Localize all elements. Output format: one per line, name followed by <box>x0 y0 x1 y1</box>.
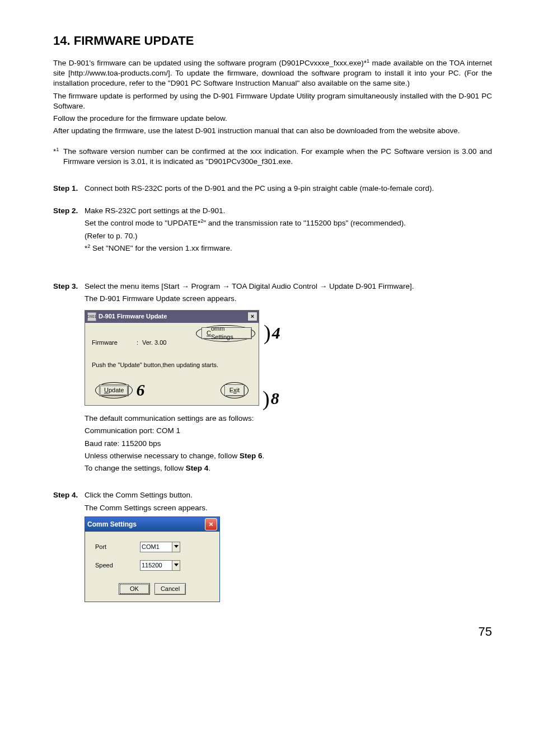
step-2-l2b: " and the transmission rate to "115200 b… <box>203 219 406 227</box>
step-4-line-2: The Comm Settings screen appears. <box>85 503 492 513</box>
svg-marker-0 <box>174 545 179 548</box>
chevron-down-icon[interactable] <box>172 561 180 570</box>
intro-paragraph-1: The D-901's firmware can be updated usin… <box>53 58 492 89</box>
ok-button[interactable]: OK <box>119 583 150 595</box>
step-3-label: Step 3. <box>53 281 85 476</box>
step-2-label: Step 2. <box>53 206 85 256</box>
step-2-l2a: Set the control mode to "UPDATE* <box>85 219 200 227</box>
step-3-after-3: Baud rate: 115200 bps <box>85 439 492 449</box>
step-1: Step 1. Connect both RS-232C ports of th… <box>53 184 492 196</box>
step-2-fn-text: Set "NONE" for the version 1.xx firmware… <box>90 244 232 252</box>
callout-8: 8 <box>271 390 279 407</box>
footnote-1-sup: 1 <box>56 146 59 152</box>
intro-paragraph-4: After updating the firmware, use the lat… <box>53 126 492 136</box>
step-2-line-2: Set the control mode to "UPDATE*2" and t… <box>85 218 492 228</box>
port-combobox[interactable] <box>140 542 180 552</box>
comm-settings-button[interactable]: Comm Settings <box>202 327 252 339</box>
comm-settings-rest: omm Settings <box>211 325 247 341</box>
firmware-colon: : <box>137 339 142 347</box>
step-4-label: Step 4. <box>53 490 85 602</box>
exit-rest: it <box>237 386 240 395</box>
intro-paragraph-2: The firmware update is performed by usin… <box>53 91 492 111</box>
callout-8-paren-icon: ) <box>263 392 270 405</box>
step-3-line-1: Select the menu items [Start → Program →… <box>85 281 492 292</box>
step-3-after-5c: . <box>208 464 210 472</box>
step-3-line-2: The D-901 Firmware Update screen appears… <box>85 294 492 304</box>
step-3-after-4b: Step 6 <box>240 452 263 460</box>
firmware-version-value: Ver. 3.00 <box>142 339 166 347</box>
update-rest: pdate <box>109 386 124 395</box>
step-3-after-5a: To change the settings, follow <box>85 464 186 472</box>
step-3-after-5b: Step 4 <box>186 464 209 472</box>
exit-pre: E <box>229 386 233 395</box>
step-1-text: Connect both RS-232C ports of the D-901 … <box>85 184 492 194</box>
port-label: Port <box>95 543 140 551</box>
step-4-line-1: Click the Comm Settings button. <box>85 490 492 500</box>
port-combobox-value[interactable] <box>140 542 172 552</box>
comm-settings-titlebar: Comm Settings × <box>85 517 219 532</box>
step-3: Step 3. Select the menu items [Start → P… <box>53 281 492 476</box>
svg-marker-1 <box>174 564 179 566</box>
step-2-footnote: *2 Set "NONE" for the version 1.xx firmw… <box>85 243 492 253</box>
comm-settings-dialog-title: Comm Settings <box>87 520 205 529</box>
comm-settings-u: C <box>207 329 211 337</box>
callout-oval-update: Update <box>95 382 133 398</box>
update-u: U <box>104 386 109 395</box>
footnote-1: *1 The software version number can be co… <box>53 147 492 167</box>
update-button[interactable]: Update <box>99 384 129 396</box>
firmware-dialog-title: D-901 Firmware Update <box>99 312 247 321</box>
exit-button[interactable]: Exit <box>224 384 245 396</box>
step-3-after-1: The default communication settings are a… <box>85 414 492 424</box>
section-heading: 14. FIRMWARE UPDATE <box>53 34 492 48</box>
chevron-down-icon[interactable] <box>172 542 180 552</box>
step-2: Step 2. Make RS-232C port settings at th… <box>53 206 492 256</box>
firmware-label: Firmware <box>92 339 137 347</box>
firmware-dialog-titlebar: D901 D-901 Firmware Update × <box>85 311 259 323</box>
speed-combobox-value[interactable] <box>140 561 172 570</box>
intro-p1a: The D-901's firmware can be updated usin… <box>53 59 367 67</box>
step-1-label: Step 1. <box>53 184 85 196</box>
speed-label: Speed <box>95 561 140 570</box>
intro-paragraph-3: Follow the procedure for the firmware up… <box>53 114 492 124</box>
dialog-app-icon: D901 <box>87 312 96 321</box>
step-3-after-4: Unless otherwise necessary to change, fo… <box>85 451 492 461</box>
firmware-update-dialog: D901 D-901 Firmware Update × Comm Settin… <box>85 310 259 406</box>
footnote-1-text: The software version number can be confi… <box>63 147 492 167</box>
callout-4: 4 <box>272 325 280 341</box>
callout-oval-exit: Exit <box>221 382 249 398</box>
callout-4-paren-icon: ) <box>264 326 271 339</box>
step-4: Step 4. Click the Comm Settings button. … <box>53 490 492 602</box>
step-3-after-2: Communication port: COM 1 <box>85 426 492 436</box>
step-2-line-3: (Refer to p. 70.) <box>85 231 492 241</box>
step-3-after-5: To change the settings, follow Step 4. <box>85 463 492 473</box>
close-button[interactable]: × <box>205 518 217 530</box>
cancel-button[interactable]: Cancel <box>154 583 186 595</box>
close-button[interactable]: × <box>247 312 257 321</box>
page-number: 75 <box>53 624 492 639</box>
speed-combobox[interactable] <box>140 560 180 571</box>
firmware-dialog-body-text: Push the "Update" button,then updating s… <box>92 361 252 369</box>
step-2-line-1: Make RS-232C port settings at the D-901. <box>85 206 492 216</box>
step-3-after-4c: . <box>262 452 264 460</box>
callout-6: 6 <box>136 382 144 398</box>
step-3-after-4a: Unless otherwise necessary to change, fo… <box>85 452 240 460</box>
comm-settings-dialog: Comm Settings × Port Speed <box>85 516 220 602</box>
